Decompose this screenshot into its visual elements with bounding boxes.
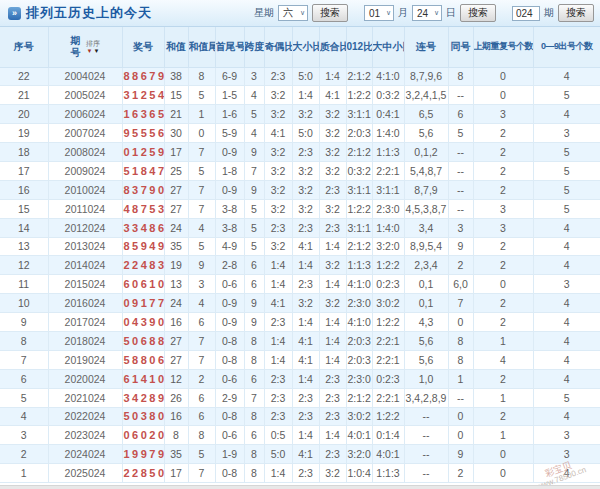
cell-issue: 2010024 xyxy=(48,180,122,199)
table-row: 82018024506882770-881:44:11:42:0:32:2:15… xyxy=(0,331,600,350)
cell-012-ratio: 2:0:3 xyxy=(346,331,372,350)
week-select[interactable]: 六 ∨ xyxy=(278,5,308,21)
sort-desc-icon[interactable]: ▼ xyxy=(87,48,93,54)
cell-sum-tail: 6 xyxy=(188,313,215,332)
cell-sum: 27 xyxy=(164,180,188,199)
cell-sum-tail: 8 xyxy=(188,426,215,445)
cell-prime-composite: 2:3 xyxy=(319,369,346,388)
chevron-down-icon: ∨ xyxy=(300,9,305,17)
cell-digit-count: 4 xyxy=(533,331,600,350)
cell-big-small: 3:2 xyxy=(292,199,319,218)
cell-012-ratio: 1:1:3 xyxy=(346,256,372,275)
cell-big-mid-small: 1:1:3 xyxy=(372,143,404,162)
cell-sum-tail: 7 xyxy=(188,464,215,483)
cell-consecutive: 8,9,5,4 xyxy=(404,237,448,256)
cell-prize: 01259 xyxy=(122,143,164,162)
cell-prime-composite: 2:3 xyxy=(319,180,346,199)
cell-012-ratio: 3:1:1 xyxy=(346,105,372,124)
cell-span: 9 xyxy=(244,313,264,332)
cell-index: 18 xyxy=(0,143,48,162)
cell-prev-repeat: 2 xyxy=(473,237,533,256)
cell-prize: 22483 xyxy=(122,256,164,275)
cell-consecutive: 8,7,9,6 xyxy=(404,67,448,86)
cell-sum: 8 xyxy=(164,426,188,445)
col-issue-label: 期号 xyxy=(70,35,81,58)
sort-control[interactable]: 排序 ▼▼ xyxy=(86,40,100,54)
cell-index: 8 xyxy=(0,331,48,350)
cell-same: -- xyxy=(448,180,473,199)
cell-012-ratio: 2:3:0 xyxy=(346,369,372,388)
cell-big-small: 4:1 xyxy=(292,445,319,464)
cell-head-tail: 0-9 xyxy=(215,143,244,162)
cell-sum: 25 xyxy=(164,161,188,180)
cell-prev-repeat: 2 xyxy=(473,369,533,388)
cell-span: 5 xyxy=(244,199,264,218)
cell-same: 8 xyxy=(448,350,473,369)
cell-odd-even: 3:2 xyxy=(264,161,292,180)
cell-span: 9 xyxy=(244,180,264,199)
cell-012-ratio: 4:1:0 xyxy=(346,275,372,294)
cell-012-ratio: 1:2:2 xyxy=(346,199,372,218)
cell-issue: 2013024 xyxy=(48,237,122,256)
cell-012-ratio: 2:1:2 xyxy=(346,237,372,256)
cell-digit-count: 4 xyxy=(533,256,600,275)
week-search-button[interactable]: 搜索 xyxy=(312,4,348,22)
sort-asc-icon[interactable]: ▼ xyxy=(94,48,100,54)
month-label: 月 xyxy=(398,6,408,20)
cell-consecutive: 8,7,9 xyxy=(404,180,448,199)
cell-issue: 2005024 xyxy=(48,86,122,105)
cell-digit-count: 4 xyxy=(533,105,600,124)
cell-digit-count: 4 xyxy=(533,67,600,86)
cell-sum-tail: 6 xyxy=(188,407,215,426)
cell-consecutive: 0,1 xyxy=(404,294,448,313)
cell-index: 17 xyxy=(0,161,48,180)
cell-prime-composite: 3:2 xyxy=(319,161,346,180)
cell-digit-count: 5 xyxy=(533,161,600,180)
cell-prev-repeat: 2 xyxy=(473,124,533,143)
cell-prize: 31254 xyxy=(122,86,164,105)
cell-odd-even: 1:4 xyxy=(264,464,292,483)
cell-same: -- xyxy=(448,86,473,105)
table-row: 202006024163652111-653:23:23:23:1:10:4:1… xyxy=(0,105,600,124)
cell-issue: 2011024 xyxy=(48,199,122,218)
cell-prime-composite: 3:2 xyxy=(319,199,346,218)
cell-sum: 24 xyxy=(164,294,188,313)
cell-odd-even: 3:2 xyxy=(264,105,292,124)
issue-search-button[interactable]: 搜索 xyxy=(558,4,594,22)
cell-issue: 2015024 xyxy=(48,275,122,294)
cell-consecutive: -- xyxy=(404,464,448,483)
cell-index: 5 xyxy=(0,388,48,407)
col-same: 同号 xyxy=(448,27,473,67)
cell-prime-composite: 1:4 xyxy=(319,331,346,350)
cell-consecutive: 6,5 xyxy=(404,105,448,124)
month-select-value: 01 xyxy=(369,8,380,19)
date-search-button[interactable]: 搜索 xyxy=(460,4,496,22)
cell-head-tail: 1-9 xyxy=(215,445,244,464)
cell-span: 5 xyxy=(244,105,264,124)
day-select[interactable]: 24 ∨ xyxy=(412,5,442,21)
issue-input[interactable] xyxy=(512,6,540,21)
month-select[interactable]: 01 ∨ xyxy=(364,5,394,21)
table-row: 62020024614101220-662:31:42:32:3:00:2:31… xyxy=(0,369,600,388)
cell-consecutive: 0,1 xyxy=(404,275,448,294)
cell-prime-composite: 3:2 xyxy=(319,256,346,275)
table-row: 52021024342892662-972:32:32:32:1:22:2:13… xyxy=(0,388,600,407)
cell-big-small: 2:3 xyxy=(292,464,319,483)
cell-prev-repeat: 2 xyxy=(473,294,533,313)
cell-span: 7 xyxy=(244,161,264,180)
cell-prime-composite: 4:1 xyxy=(319,86,346,105)
cell-prev-repeat: 0 xyxy=(473,464,533,483)
cell-prime-composite: 2:3 xyxy=(319,445,346,464)
cell-prize: 51847 xyxy=(122,161,164,180)
cell-digit-count: 5 xyxy=(533,86,600,105)
topbar: » 排列五历史上的今天 星期 六 ∨ 搜索 01 ∨ 月 24 ∨ 日 搜索 xyxy=(0,0,600,27)
cell-big-small: 2:3 xyxy=(292,143,319,162)
table-row: 182008024012591770-993:22:33:22:1:21:1:3… xyxy=(0,143,600,162)
table-row: 92017024043901660-992:31:41:44:1:01:2:24… xyxy=(0,313,600,332)
cell-consecutive: 1,0 xyxy=(404,369,448,388)
cell-digit-count: 3 xyxy=(533,275,600,294)
cell-index: 12 xyxy=(0,256,48,275)
cell-odd-even: 3:2 xyxy=(264,143,292,162)
col-big-mid-small: 大中小比 xyxy=(372,27,404,67)
cell-span: 9 xyxy=(244,143,264,162)
